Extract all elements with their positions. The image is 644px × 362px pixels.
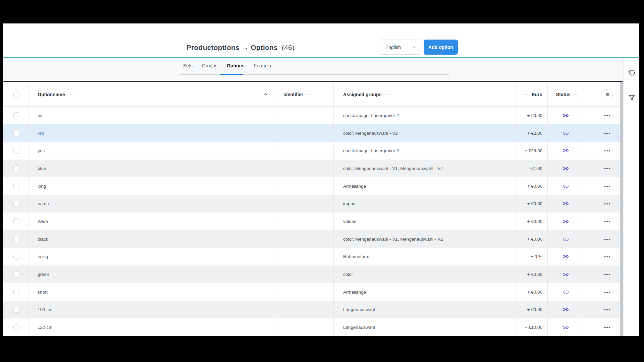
- assigned-groups-cell: Rahmenform: [333, 248, 517, 266]
- optionname-link[interactable]: long: [38, 184, 46, 189]
- link-icon[interactable]: [548, 236, 584, 242]
- column-header-assigned-groups[interactable]: Assigned groups ⋯: [333, 82, 517, 107]
- row-menu-button[interactable]: •••: [595, 166, 620, 171]
- optionname-link[interactable]: Wide: [38, 219, 48, 224]
- optionname-link[interactable]: short: [38, 290, 48, 295]
- column-menu-icon[interactable]: ⋯: [306, 92, 312, 98]
- row-checkbox[interactable]: [13, 272, 19, 278]
- link-icon[interactable]: [548, 289, 584, 295]
- row-checkbox[interactable]: [13, 148, 19, 154]
- optionname-cell: blue: [28, 160, 274, 177]
- row-actions-cell: •••: [595, 124, 620, 142]
- row-menu-button[interactable]: •••: [595, 290, 620, 295]
- column-menu-icon[interactable]: ⋯: [68, 92, 73, 98]
- row-checkbox[interactable]: [13, 183, 19, 189]
- row-menu-button[interactable]: •••: [595, 131, 620, 136]
- table-settings-button[interactable]: [603, 89, 612, 99]
- row-menu-button[interactable]: •••: [595, 254, 620, 259]
- row-menu-button[interactable]: •••: [595, 307, 620, 312]
- row-menu-button[interactable]: •••: [595, 113, 620, 118]
- column-header-status[interactable]: Status ⋯: [547, 82, 584, 107]
- table-row[interactable]: eckig Rahmenform + 0 % •••: [3, 248, 620, 266]
- scrollbar-thumb[interactable]: [620, 82, 623, 336]
- link-icon[interactable]: [548, 254, 584, 259]
- column-menu-icon[interactable]: ⋯: [523, 92, 529, 98]
- identifier-cell: [274, 195, 333, 213]
- link-icon[interactable]: [548, 324, 584, 330]
- row-menu-button[interactable]: •••: [595, 237, 620, 242]
- table-row[interactable]: green color + €0.00 •••: [3, 265, 620, 283]
- row-menu-button[interactable]: •••: [595, 325, 620, 330]
- row-checkbox[interactable]: [13, 130, 19, 136]
- optionname-link[interactable]: red: [38, 131, 44, 136]
- select-all-checkbox[interactable]: [13, 92, 19, 98]
- table-row[interactable]: blue color, Mengenauswahl - V1, Mengenau…: [3, 160, 620, 177]
- table-row[interactable]: long Ärmellänge + €0.00 •••: [3, 177, 620, 195]
- link-icon[interactable]: [548, 201, 584, 206]
- row-checkbox[interactable]: [13, 112, 19, 118]
- tab-options[interactable]: Options: [227, 63, 245, 70]
- table-row[interactable]: no check image, Lasergravur ? + €0.00 ••…: [3, 107, 620, 124]
- page-title-text: Productoptions → Options: [186, 44, 278, 51]
- column-menu-icon[interactable]: ⋯: [384, 92, 390, 98]
- refresh-icon[interactable]: [628, 69, 635, 76]
- row-checkbox[interactable]: [13, 201, 19, 207]
- table-row[interactable]: red color, Mengenauswahl - V2 + €2.00 ••…: [3, 124, 620, 142]
- link-icon[interactable]: [548, 183, 584, 189]
- table-row[interactable]: Wide values + €0.00 •••: [3, 213, 620, 230]
- optionname-link[interactable]: 120 cm: [38, 325, 52, 330]
- row-checkbox[interactable]: [13, 236, 19, 242]
- row-menu-button[interactable]: •••: [595, 184, 620, 189]
- tab-groups[interactable]: Groups: [202, 63, 217, 70]
- sort-asc-icon[interactable]: [263, 92, 268, 97]
- language-select[interactable]: English: [379, 40, 421, 55]
- link-icon[interactable]: [548, 148, 584, 154]
- table-row[interactable]: short Ärmellänge + €0.00 •••: [3, 283, 620, 301]
- table-row[interactable]: black color, Mengenauswahl - V1, Mengena…: [3, 230, 620, 248]
- link-icon[interactable]: [548, 113, 584, 118]
- euro-cell: + €0.00: [517, 177, 547, 195]
- row-actions-cell: •••: [595, 160, 620, 177]
- tab-formula[interactable]: Formula: [254, 63, 271, 70]
- row-checkbox[interactable]: [13, 289, 19, 295]
- column-header-euro[interactable]: ⋯ Euro: [517, 82, 547, 107]
- tab-sets[interactable]: Sets: [183, 63, 193, 70]
- optionname-link[interactable]: 100 cm: [38, 307, 52, 312]
- table-row[interactable]: name imprint + €0.00 •••: [3, 195, 620, 213]
- optionname-link[interactable]: eckig: [38, 254, 48, 259]
- filter-icon[interactable]: [628, 94, 635, 101]
- row-spacer-cell: [584, 142, 595, 160]
- row-menu-button[interactable]: •••: [595, 148, 620, 153]
- row-menu-button[interactable]: •••: [595, 201, 620, 206]
- row-checkbox[interactable]: [13, 254, 19, 260]
- page-title-count: (46): [282, 44, 294, 51]
- status-cell: [547, 177, 584, 195]
- column-header-optionname[interactable]: Optionname ⋯: [28, 82, 274, 107]
- row-menu-button[interactable]: •••: [595, 272, 620, 277]
- link-icon[interactable]: [548, 166, 584, 171]
- row-actions-cell: •••: [595, 195, 620, 213]
- optionname-link[interactable]: name: [38, 201, 49, 206]
- optionname-link[interactable]: yes: [38, 148, 45, 153]
- column-header-identifier[interactable]: Identifier ⋯: [274, 82, 333, 107]
- vertical-scrollbar[interactable]: [620, 82, 623, 336]
- optionname-link[interactable]: black: [38, 237, 48, 242]
- row-checkbox[interactable]: [13, 307, 19, 313]
- table-row[interactable]: 100 cm Längenauswahl + €0.00 •••: [3, 301, 620, 319]
- row-checkbox[interactable]: [13, 324, 19, 330]
- link-icon[interactable]: [548, 272, 584, 277]
- optionname-link[interactable]: green: [38, 272, 49, 277]
- row-checkbox[interactable]: [13, 165, 19, 171]
- link-icon[interactable]: [548, 130, 584, 136]
- table-row[interactable]: yes check image, Lasergravur ? + €25.00 …: [3, 142, 620, 160]
- table-row[interactable]: 120 cm Längenauswahl + €10.00 •••: [3, 318, 620, 336]
- column-menu-icon[interactable]: ⋯: [574, 92, 579, 98]
- link-icon[interactable]: [548, 307, 584, 312]
- identifier-cell: [274, 160, 333, 177]
- optionname-link[interactable]: blue: [38, 166, 46, 171]
- link-icon[interactable]: [548, 219, 584, 224]
- optionname-link[interactable]: no: [38, 113, 43, 118]
- row-checkbox[interactable]: [13, 218, 19, 224]
- add-option-button[interactable]: Add option: [424, 40, 458, 55]
- row-menu-button[interactable]: •••: [595, 219, 620, 224]
